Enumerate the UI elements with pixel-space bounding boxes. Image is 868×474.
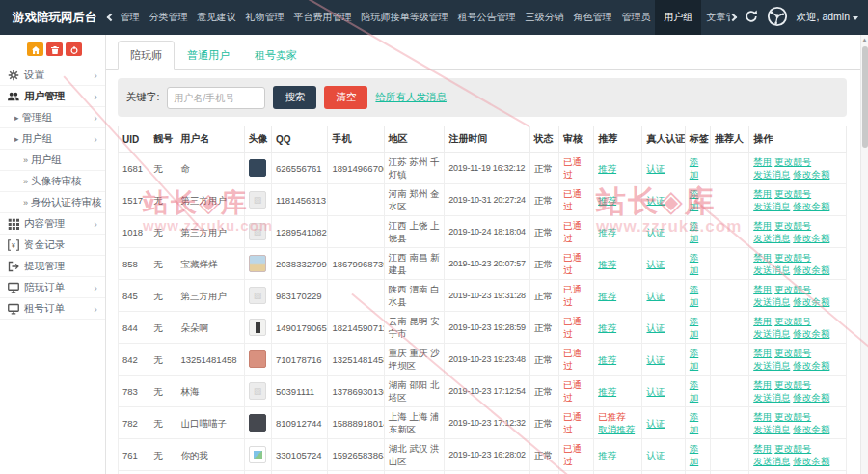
nav-item-manage[interactable]: 管理 [115,0,144,35]
clear-button[interactable]: 清空 [324,86,367,109]
change-nice-id-link[interactable]: 更改靓号 [774,188,811,199]
sidebar-item-identity-review[interactable]: » 身份认证待审核 [0,192,105,213]
recommend-link[interactable]: 推荐 [598,290,637,302]
disable-user-link[interactable]: 禁用 [753,252,772,263]
sidebar-item-user-manage[interactable]: 用户管理 › [0,86,105,107]
tab-normal-users[interactable]: 普通用户 [175,41,242,70]
disable-user-link[interactable]: 禁用 [753,411,772,422]
disable-user-link[interactable]: 禁用 [753,220,772,231]
recommend-link[interactable]: 推荐 [598,194,637,207]
add-tag-link[interactable]: 添加 [690,188,699,211]
send-message-link[interactable]: 发送消息 [753,360,790,371]
search-button[interactable]: 搜索 [273,86,316,109]
real-auth-link[interactable]: 认证 [646,227,665,237]
change-nice-id-link[interactable]: 更改靓号 [774,443,811,454]
modify-balance-link[interactable]: 修改余额 [793,392,829,403]
disable-user-link[interactable]: 禁用 [753,348,772,358]
change-nice-id-link[interactable]: 更改靓号 [774,252,811,263]
add-tag-link[interactable]: 添加 [690,379,699,403]
change-nice-id-link[interactable]: 更改靓号 [774,316,811,326]
broadcast-message-link[interactable]: 给所有人发消息 [375,91,447,104]
add-tag-link[interactable]: 添加 [690,443,699,466]
nav-item-feedback[interactable]: 意见建议 [192,0,240,35]
send-message-link[interactable]: 发送消息 [753,328,790,339]
user-avatar-icon[interactable] [767,6,788,29]
nav-item-gifts[interactable]: 礼物管理 [240,0,288,35]
add-tag-link[interactable]: 添加 [690,348,699,371]
nav-item-platform-fees[interactable]: 平台费用管理 [288,0,356,35]
disable-user-link[interactable]: 禁用 [753,188,772,199]
disable-user-link[interactable]: 禁用 [753,443,772,454]
refresh-icon[interactable] [745,10,758,25]
modify-balance-link[interactable]: 修改余额 [793,169,829,180]
vertical-scrollbar[interactable]: ▲ [860,35,868,474]
tab-companions[interactable]: 陪玩师 [118,41,175,70]
modify-balance-link[interactable]: 修改余额 [793,201,829,211]
nav-item-user-groups[interactable]: 用户组 [655,0,701,35]
change-nice-id-link[interactable]: 更改靓号 [774,348,811,358]
send-message-link[interactable]: 发送消息 [753,265,790,275]
sidebar-item-rental-orders[interactable]: 租号订单 › [0,298,105,320]
send-message-link[interactable]: 发送消息 [753,456,790,466]
change-nice-id-link[interactable]: 更改靓号 [774,379,811,390]
add-tag-link[interactable]: 添加 [690,156,699,180]
nav-item-roles[interactable]: 角色管理 [568,0,616,35]
change-nice-id-link[interactable]: 更改靓号 [774,411,811,422]
nav-item-distribution[interactable]: 三级分销 [520,0,568,35]
welcome-user-dropdown[interactable]: 欢迎, admin [797,11,858,24]
change-nice-id-link[interactable]: 更改靓号 [774,284,811,294]
disable-user-link[interactable]: 禁用 [753,284,772,294]
recommend-link[interactable]: 推荐 [598,449,637,461]
nav-scroll-right-icon[interactable] [728,14,736,21]
modify-balance-link[interactable]: 修改余额 [793,360,829,371]
disable-user-link[interactable]: 禁用 [753,379,772,390]
real-auth-link[interactable]: 认证 [646,322,665,333]
real-auth-link[interactable]: 认证 [646,418,665,429]
scrollbar-thumb[interactable] [862,46,868,148]
sidebar-item-user-group[interactable]: ▸ 用户组 › [0,128,105,150]
add-tag-link[interactable]: 添加 [690,411,699,434]
nav-item-rental-notice[interactable]: 租号公告管理 [452,0,520,35]
send-message-link[interactable]: 发送消息 [753,296,790,307]
modify-balance-link[interactable]: 修改余额 [793,265,829,275]
nav-item-category[interactable]: 分类管理 [144,0,192,35]
disable-user-link[interactable]: 禁用 [753,316,772,326]
power-button[interactable] [66,42,82,56]
real-auth-link[interactable]: 认证 [646,259,665,269]
recommend-link[interactable]: 推荐 [598,385,637,398]
home-button[interactable] [27,42,43,56]
modify-balance-link[interactable]: 修改余额 [793,424,829,434]
recommend-link[interactable]: 推荐 [598,353,637,366]
real-auth-link[interactable]: 认证 [646,386,665,397]
real-auth-link[interactable]: 认证 [646,450,665,460]
scrollbar-up-arrow-icon[interactable]: ▲ [861,35,868,44]
send-message-link[interactable]: 发送消息 [753,424,790,434]
add-tag-link[interactable]: 添加 [690,220,699,243]
sidebar-item-admin-group[interactable]: ▸ 管理组 › [0,107,105,128]
modify-balance-link[interactable]: 修改余额 [793,456,829,466]
recommend-link[interactable]: 推荐 [598,321,637,334]
modify-balance-link[interactable]: 修改余额 [793,328,829,339]
change-nice-id-link[interactable]: 更改靓号 [774,220,811,231]
real-auth-link[interactable]: 认证 [646,163,665,174]
change-nice-id-link[interactable]: 更改靓号 [774,156,811,167]
cancel-recommend-link[interactable]: 取消推荐 [598,423,637,435]
add-tag-link[interactable]: 添加 [690,316,699,339]
sidebar-item-content-manage[interactable]: 内容管理 › [0,213,105,235]
send-message-link[interactable]: 发送消息 [753,169,790,180]
modify-balance-link[interactable]: 修改余额 [793,233,829,243]
sidebar-item-settings[interactable]: 设置 › [0,65,105,86]
recommend-link[interactable]: 推荐 [598,162,637,175]
sidebar-item-fund-records[interactable]: ¥ 资金记录 [0,235,105,256]
add-tag-link[interactable]: 添加 [690,284,699,307]
recommend-link[interactable]: 推荐 [598,258,637,270]
sidebar-item-companion-orders[interactable]: 陪玩订单 › [0,277,105,298]
trash-button[interactable] [46,42,63,56]
nav-item-level-manage[interactable]: 陪玩师接单等级管理 [356,0,452,35]
recommend-link[interactable]: 推荐 [598,226,637,238]
real-auth-link[interactable]: 认证 [646,195,665,206]
send-message-link[interactable]: 发送消息 [753,233,790,243]
modify-balance-link[interactable]: 修改余额 [793,296,829,307]
add-tag-link[interactable]: 添加 [690,252,699,275]
send-message-link[interactable]: 发送消息 [753,201,790,211]
